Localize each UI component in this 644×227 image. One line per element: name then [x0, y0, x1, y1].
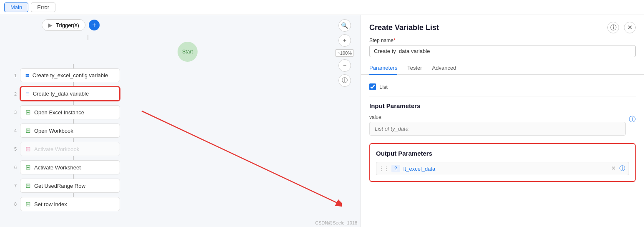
- value-help-icon[interactable]: ⓘ: [629, 115, 636, 124]
- step-label-1: Create ty_data variable: [33, 91, 89, 97]
- trigger-icon: ▶: [48, 22, 53, 28]
- step-node-1[interactable]: ≡Create ty_data variable: [20, 86, 120, 101]
- step-icon-2: ⊞: [25, 108, 31, 116]
- panel-tab-advanced[interactable]: Advanced: [432, 61, 456, 75]
- step-number-1: 2: [8, 91, 17, 96]
- connector-3: [73, 119, 74, 124]
- step-icon-0: ≡: [25, 72, 29, 79]
- step-number-5: 6: [8, 165, 17, 170]
- value-field-label: value:: [369, 114, 626, 120]
- start-bubble: Start: [178, 42, 198, 62]
- step-icon-7: ⊞: [25, 200, 31, 208]
- step-name-input[interactable]: [369, 45, 636, 57]
- main-area: ▶ Trigger(s) + Start 1≡Create ty_excel_c…: [0, 15, 644, 227]
- step-number-0: 1: [8, 73, 17, 78]
- step-row-5: 6⊞Activate Worksheet: [8, 160, 333, 174]
- output-actions: ✕ ⓘ: [611, 165, 629, 172]
- trigger-label: Trigger(s): [56, 22, 79, 28]
- start-node-row: Start: [8, 42, 333, 62]
- step-number-3: 4: [8, 128, 17, 133]
- step-name-section: Step name*: [361, 38, 644, 61]
- step-icon-1: ≡: [26, 90, 30, 97]
- output-variable-name[interactable]: lt_excel_data: [403, 166, 611, 172]
- step-node-5[interactable]: ⊞Activate Worksheet: [20, 160, 120, 174]
- connector-7: [73, 193, 74, 197]
- step-label-6: Get UsedRange Row: [34, 183, 85, 189]
- list-checkbox-label: List: [379, 84, 388, 90]
- step-row-7: 8⊞Set row index: [8, 197, 333, 211]
- panel-tabs: ParametersTesterAdvanced: [361, 61, 644, 75]
- panel-header-icons: ⓘ ✕: [607, 22, 636, 33]
- step-label-7: Set row index: [34, 201, 67, 207]
- panel-info-button[interactable]: ⓘ: [607, 22, 619, 33]
- top-tabs-bar: Main Error: [0, 0, 644, 15]
- step-row-0: 1≡Create ty_excel_config variable: [8, 68, 333, 82]
- tab-main[interactable]: Main: [4, 3, 28, 12]
- trigger-row: ▶ Trigger(s) +: [8, 19, 333, 31]
- zoom-out-button[interactable]: −: [338, 59, 351, 72]
- value-field-input[interactable]: [369, 122, 626, 136]
- step-name-label: Step name*: [369, 38, 636, 43]
- zoom-controls: 🔍 + ~100% − ⓘ: [335, 19, 354, 87]
- step-label-5: Activate Worksheet: [34, 164, 81, 171]
- output-number-badge: 2: [391, 165, 400, 172]
- output-row: ⋮⋮ 2 lt_excel_data ✕ ⓘ: [376, 162, 629, 175]
- step-number-2: 3: [8, 110, 17, 115]
- zoom-level-label: ~100%: [335, 49, 354, 57]
- drag-handle-icon[interactable]: ⋮⋮: [376, 162, 391, 175]
- step-icon-4: ⊞: [25, 145, 31, 153]
- step-row-2: 3⊞Open Excel Instance: [8, 105, 333, 119]
- input-parameters-title: Input Parameters: [369, 102, 636, 109]
- step-number-6: 7: [8, 183, 17, 188]
- connector-4: [73, 138, 74, 142]
- panel-tab-tester[interactable]: Tester: [407, 61, 422, 75]
- step-node-2[interactable]: ⊞Open Excel Instance: [20, 105, 120, 119]
- connector-0: [73, 64, 74, 68]
- trigger-node[interactable]: ▶ Trigger(s): [42, 19, 85, 31]
- connector-5: [73, 156, 74, 160]
- right-panel: Create Variable List ⓘ ✕ Step name* Para…: [361, 15, 644, 227]
- checkbox-row: List: [369, 81, 636, 96]
- output-parameters-title: Output Parameters: [376, 150, 629, 157]
- required-star: *: [393, 38, 396, 43]
- step-label-2: Open Excel Instance: [34, 109, 84, 116]
- connector-1: [73, 82, 74, 86]
- value-field-row: value: ⓘ: [369, 114, 636, 141]
- step-icon-3: ⊞: [25, 127, 31, 134]
- output-parameters-section: Output Parameters ⋮⋮ 2 lt_excel_data ✕ ⓘ: [369, 143, 636, 182]
- step-number-4: 5: [8, 146, 17, 151]
- workflow-canvas: ▶ Trigger(s) + Start 1≡Create ty_excel_c…: [0, 15, 342, 227]
- list-checkbox[interactable]: [369, 83, 376, 90]
- step-node-0[interactable]: ≡Create ty_excel_config variable: [20, 68, 120, 82]
- output-remove-button[interactable]: ✕: [611, 165, 616, 172]
- step-row-6: 7⊞Get UsedRange Row: [8, 179, 333, 193]
- zoom-in-button[interactable]: +: [338, 34, 351, 47]
- connector: [88, 35, 88, 40]
- step-node-7[interactable]: ⊞Set row index: [20, 197, 120, 211]
- tab-error[interactable]: Error: [31, 3, 55, 12]
- info-button[interactable]: ⓘ: [338, 74, 351, 87]
- step-label-4: Activate Workbook: [34, 146, 79, 152]
- step-row-3: 4⊞Open Workbook: [8, 124, 333, 138]
- step-row-1: 2≡Create ty_data variable: [8, 86, 333, 101]
- step-label-0: Create ty_excel_config variable: [33, 72, 108, 78]
- step-label-3: Open Workbook: [34, 128, 73, 134]
- add-trigger-button[interactable]: +: [89, 20, 100, 30]
- step-row-4: 5⊞Activate Workbook: [8, 142, 333, 156]
- step-number-7: 8: [8, 202, 17, 207]
- panel-tab-parameters[interactable]: Parameters: [369, 61, 397, 75]
- step-node-6[interactable]: ⊞Get UsedRange Row: [20, 179, 120, 193]
- connector-2: [73, 101, 74, 105]
- search-zoom-button[interactable]: 🔍: [338, 19, 351, 32]
- panel-header: Create Variable List ⓘ ✕: [361, 15, 644, 38]
- output-help-icon[interactable]: ⓘ: [619, 165, 625, 172]
- panel-title: Create Variable List: [369, 23, 439, 32]
- connector-6: [73, 174, 74, 179]
- steps-container: 1≡Create ty_excel_config variable2≡Creat…: [8, 64, 333, 211]
- panel-close-button[interactable]: ✕: [624, 22, 636, 33]
- step-node-3[interactable]: ⊞Open Workbook: [20, 124, 120, 138]
- step-icon-6: ⊞: [25, 182, 31, 189]
- step-icon-5: ⊞: [25, 164, 31, 171]
- watermark: CSDN@Seele_1018: [315, 220, 357, 225]
- step-node-4[interactable]: ⊞Activate Workbook: [20, 142, 120, 156]
